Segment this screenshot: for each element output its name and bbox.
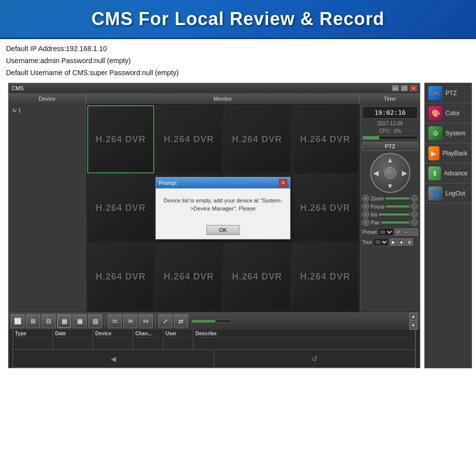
cms-toolbar: ⬜ ⊞ ⊟ ▦ ▩ ▧ 25 36 64 ⤢ ⇄ ▲ ▼: [9, 312, 420, 330]
ptz-center-button[interactable]: [384, 167, 396, 179]
tour-grid-button[interactable]: ⊞: [406, 239, 413, 246]
preset-delete-button[interactable]: -: [411, 229, 418, 236]
ptz-down-arrow[interactable]: ▼: [387, 182, 394, 190]
scroll-down-button[interactable]: ▼: [409, 322, 417, 330]
view-custom2-button[interactable]: ▧: [88, 314, 102, 328]
sidebar-logout-button[interactable]: 👤 LogOut: [424, 183, 471, 203]
view-64-button[interactable]: 64: [139, 314, 153, 328]
tour-select[interactable]: 01: [373, 238, 389, 246]
cms-titlebar-controls: — □ ✕: [392, 85, 417, 91]
dialog-ok-button[interactable]: OK: [206, 225, 240, 235]
device-item[interactable]: lv 1: [11, 106, 84, 114]
ptz-up-arrow[interactable]: ▲: [387, 156, 394, 164]
ptz-right-arrow[interactable]: ▶: [402, 169, 407, 177]
ptz-iris-minus[interactable]: +: [362, 211, 369, 218]
sidebar-playback-button[interactable]: ▶ PlayBack: [424, 143, 471, 163]
network-button[interactable]: ⇄: [174, 314, 188, 328]
log-panel: Type Date Device Chan... User Describe: [13, 330, 416, 350]
right-panel: 19:02:16 2017-12-08 CPU : 6% PTZ ▲ ▼ ◀ ▶: [360, 104, 420, 312]
toolbar-separator-1: [105, 315, 105, 327]
dialog-close-button[interactable]: ✕: [279, 179, 287, 187]
view-1x1-button[interactable]: ⬜: [11, 314, 25, 328]
system-icon: ⚙: [428, 126, 442, 140]
log-type-header: Type: [15, 331, 51, 338]
ptz-pan-plus[interactable]: -: [411, 219, 418, 226]
view-36-button[interactable]: 36: [123, 314, 137, 328]
view-25-button[interactable]: 25: [108, 314, 122, 328]
dialog-title: Prompt: [159, 180, 176, 186]
view-2x2-button[interactable]: ⊞: [26, 314, 40, 328]
color-icon: 🎨: [428, 106, 442, 120]
dialog-titlebar: Prompt ✕: [156, 177, 290, 188]
sidebar-system-button[interactable]: ⚙ System: [424, 123, 471, 143]
preset-row: Preset 01 ↺ + -: [362, 228, 418, 236]
sidebar-advance-button[interactable]: ⬆ Advance: [424, 163, 471, 183]
pan-slider: [381, 221, 409, 223]
bottom-nav: ◀ ↺: [13, 350, 416, 368]
sidebar-logout-label: LogOut: [445, 190, 465, 197]
tour-play-button[interactable]: ▶: [390, 239, 397, 246]
cpu-progress-fill: [363, 136, 379, 139]
log-describe-header: Describe: [195, 331, 413, 338]
nav-refresh-button[interactable]: ↺: [214, 350, 416, 367]
monitor-column-header: Monitor: [86, 93, 360, 104]
ptz-zoom-row: + Zoom -: [362, 195, 418, 202]
ptz-iris-row: + Iris -: [362, 211, 418, 218]
device-panel: lv 1: [9, 104, 86, 312]
log-chan-header: Chan...: [135, 331, 161, 338]
ptz-pan-minus[interactable]: +: [362, 219, 369, 226]
ptz-focus-plus[interactable]: -: [411, 203, 418, 210]
volume-slider[interactable]: [191, 320, 231, 323]
monitor-panel: H.264 DVR H.264 DVR H.264 DVR H.264 DVR …: [86, 104, 360, 312]
preset-goto-button[interactable]: ↺: [395, 229, 402, 236]
minimize-button[interactable]: —: [392, 85, 399, 91]
info-line3: Default Username of CMS:super Password:n…: [6, 67, 470, 79]
playback-icon: ▶: [428, 146, 439, 160]
cpu-info: CPU : 6%: [379, 128, 401, 134]
log-describe-col: Describe: [193, 330, 415, 349]
tour-stop-button[interactable]: ■: [398, 239, 405, 246]
iris-label: Iris: [371, 212, 377, 217]
fullscreen-button[interactable]: ⤢: [158, 314, 172, 328]
ptz-zoom-minus[interactable]: +: [362, 195, 369, 202]
ptz-left-arrow[interactable]: ◀: [373, 169, 379, 177]
info-line2: Username:admin Password:null (empty): [6, 55, 470, 67]
pan-label: Pan: [371, 220, 380, 225]
advance-icon: ⬆: [428, 166, 441, 180]
log-date-col: Date: [53, 330, 93, 349]
volume-slider-fill: [192, 320, 215, 322]
right-sidebar: 🎮 PTZ 🎨 Color ⚙ System ▶ PlayBack ⬆ Adva…: [424, 83, 472, 368]
cms-column-headers: Device Monitor Time: [9, 93, 420, 104]
iris-slider: [379, 213, 409, 215]
scroll-up-button[interactable]: ▲: [409, 313, 417, 321]
ptz-controller[interactable]: ▲ ▼ ◀ ▶: [370, 153, 410, 193]
sidebar-color-button[interactable]: 🎨 Color: [424, 103, 471, 123]
zoom-label: Zoom: [371, 196, 384, 201]
cpu-progress-bar: [362, 136, 418, 140]
zoom-slider: [385, 197, 409, 199]
ptz-controls: + Zoom - + Focus - + Iris: [362, 195, 418, 226]
preset-label: Preset: [362, 230, 377, 235]
ptz-zoom-plus[interactable]: -: [411, 195, 418, 202]
sidebar-ptz-label: PTZ: [445, 90, 457, 97]
view-custom1-button[interactable]: ▩: [73, 314, 87, 328]
close-button[interactable]: ✕: [410, 85, 417, 91]
header-title: CMS For Local Review & Record: [91, 9, 384, 30]
sidebar-playback-label: PlayBack: [442, 150, 467, 157]
view-4x4-button[interactable]: ▦: [57, 314, 71, 328]
maximize-button[interactable]: □: [401, 85, 408, 91]
preset-select[interactable]: 01: [378, 228, 394, 236]
log-date-header: Date: [55, 331, 91, 338]
nav-prev-button[interactable]: ◀: [13, 350, 214, 367]
tour-row: Tour 01 ▶ ■ ⊞: [362, 238, 418, 246]
focus-slider: [386, 205, 409, 207]
preset-add-button[interactable]: +: [403, 229, 410, 236]
time-display: 19:02:16: [362, 106, 418, 119]
sidebar-ptz-button[interactable]: 🎮 PTZ: [424, 83, 471, 103]
ptz-iris-plus[interactable]: -: [411, 211, 418, 218]
focus-label: Focus: [371, 204, 384, 209]
ptz-focus-minus[interactable]: +: [362, 203, 369, 210]
info-line1: Default IP Address:192.168.1.10: [6, 43, 470, 55]
header-banner: CMS For Local Review & Record: [0, 0, 476, 39]
view-3x3-button[interactable]: ⊟: [42, 314, 56, 328]
